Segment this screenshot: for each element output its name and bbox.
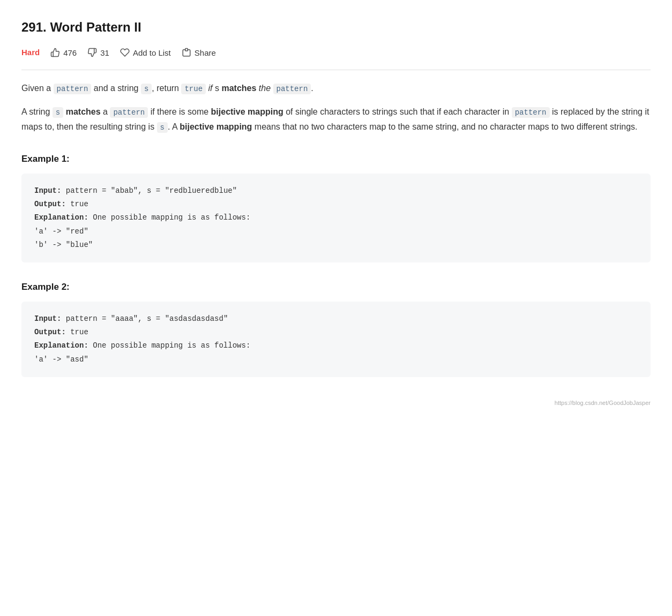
thumbs-down-icon <box>87 48 97 57</box>
meta-row: Hard 476 31 Add to List Share <box>21 46 651 70</box>
example2-output-value: true <box>70 328 88 336</box>
desc-p2-a2: . A <box>168 122 180 131</box>
problem-description: Given a pattern and a string s, return t… <box>21 81 651 134</box>
example1-input-label: Input: <box>34 186 61 195</box>
example2-explanation-value: One possible mapping is as follows: <box>93 341 250 350</box>
example1-output-value: true <box>70 200 88 208</box>
example1-explanation-label: Explanation: <box>34 213 88 222</box>
desc-p1-end: . <box>311 84 313 93</box>
example2-input-value: pattern = "aaaa", s = "asdasdasdasd" <box>66 314 228 323</box>
desc-p1-code2: s <box>141 84 152 94</box>
share-icon <box>182 48 191 57</box>
desc-p1-code1: pattern <box>54 84 92 94</box>
desc-p2-a: a <box>103 107 110 116</box>
example2-code-block: Input: pattern = "aaaa", s = "asdasdasda… <box>21 302 651 377</box>
desc-p1-matches-bold: matches <box>221 84 256 93</box>
difficulty-badge: Hard <box>21 46 40 59</box>
upvote-button[interactable]: 476 <box>50 48 77 57</box>
example1-mapping2: 'b' -> "blue" <box>34 241 93 249</box>
upvote-count: 476 <box>63 48 77 57</box>
problem-title: 291. Word Pattern II <box>21 17 651 37</box>
desc-p2-of: of single characters to strings such tha… <box>283 107 512 116</box>
example2-explanation-label: Explanation: <box>34 341 88 350</box>
heart-icon <box>120 48 130 57</box>
desc-p2-s2: s <box>157 122 168 133</box>
example1-section: Example 1: Input: pattern = "abab", s = … <box>21 152 651 262</box>
desc-p1-the: the <box>259 84 271 93</box>
desc-p1-code3: true <box>181 84 206 94</box>
downvote-count: 31 <box>100 48 109 57</box>
example1-explanation-value: One possible mapping is as follows: <box>93 213 250 222</box>
example2-output-label: Output: <box>34 328 66 336</box>
desc-p1-middle: and a string <box>91 84 141 93</box>
downvote-button[interactable]: 31 <box>87 48 109 57</box>
share-label: Share <box>195 48 216 57</box>
desc-p2-means: means that no two characters map to the … <box>252 122 637 131</box>
desc-p2-if: if there is some <box>148 107 211 116</box>
example1-output-label: Output: <box>34 200 66 208</box>
desc-p2-code1: pattern <box>110 107 148 118</box>
share-button[interactable]: Share <box>182 48 216 57</box>
desc-p2-bijective: bijective mapping <box>211 107 283 116</box>
desc-p1-code4: pattern <box>273 84 311 94</box>
thumbs-up-icon <box>50 48 60 57</box>
example1-mapping1: 'a' -> "red" <box>34 227 88 236</box>
desc-p2-s: s <box>53 107 63 118</box>
example2-section: Example 2: Input: pattern = "aaaa", s = … <box>21 280 651 377</box>
example1-input-value: pattern = "abab", s = "redblueredblue" <box>66 186 237 195</box>
desc-p1-if: if <box>206 84 215 93</box>
desc-p2-matches-bold: matches <box>66 107 101 116</box>
example1-code-block: Input: pattern = "abab", s = "redbluered… <box>21 174 651 262</box>
desc-p2-bijective2: bijective mapping <box>180 122 252 131</box>
desc-p2-start: A string <box>21 107 53 116</box>
desc-p1-return: , return <box>152 84 181 93</box>
example2-input-label: Input: <box>34 314 61 323</box>
add-to-list-label: Add to List <box>133 48 171 57</box>
example2-mapping1: 'a' -> "asd" <box>34 355 88 364</box>
add-to-list-button[interactable]: Add to List <box>120 48 171 57</box>
example2-title: Example 2: <box>21 280 651 294</box>
example1-title: Example 1: <box>21 152 651 166</box>
desc-p1-before: Given a <box>21 84 54 93</box>
desc-p1-s: s <box>215 84 219 93</box>
desc-p2-code2: pattern <box>512 107 550 118</box>
watermark: https://blog.csdn.net/GoodJobJasper <box>21 399 651 408</box>
